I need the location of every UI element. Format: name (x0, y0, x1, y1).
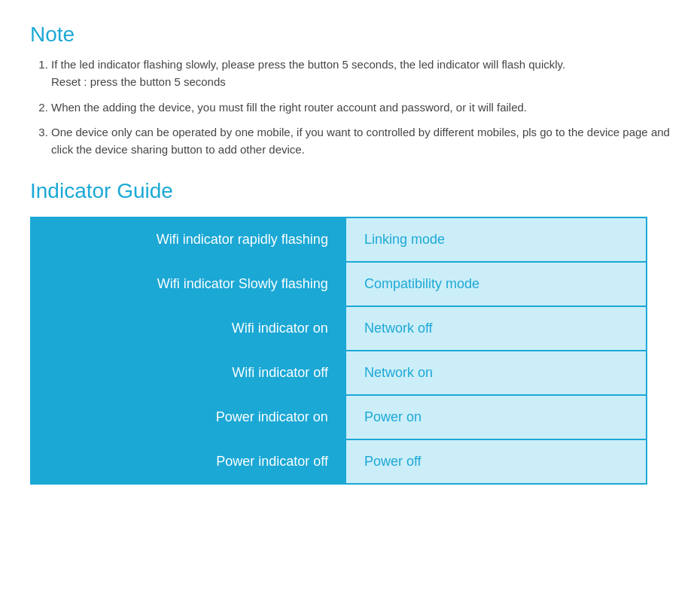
note-item-3: One device only can be operated by one m… (51, 123, 670, 159)
table-row: Wifi indicator Slowly flashingCompatibil… (31, 262, 647, 306)
indicator-right-0: Linking mode (346, 217, 647, 262)
table-row: Power indicator onPower on (31, 395, 647, 439)
note-item-1: If the led indicator flashing slowly, pl… (51, 56, 670, 91)
indicator-right-3: Network on (346, 351, 647, 395)
indicator-left-0: Wifi indicator rapidly flashing (31, 217, 346, 262)
indicator-left-3: Wifi indicator off (31, 351, 346, 395)
table-row: Wifi indicator onNetwork off (31, 306, 647, 351)
indicator-table: Wifi indicator rapidly flashingLinking m… (30, 217, 647, 485)
indicator-left-5: Power indicator off (31, 439, 346, 484)
note-title: Note (30, 23, 670, 47)
indicator-right-5: Power off (346, 439, 647, 484)
indicator-left-2: Wifi indicator on (31, 306, 346, 351)
indicator-guide-title: Indicator Guide (30, 179, 670, 203)
indicator-right-1: Compatibility mode (346, 262, 647, 306)
indicator-right-4: Power on (346, 395, 647, 439)
indicator-right-2: Network off (346, 306, 647, 351)
note-item-2: When the adding the device, you must fil… (51, 99, 670, 116)
note-list: If the led indicator flashing slowly, pl… (30, 56, 670, 158)
indicator-left-4: Power indicator on (31, 395, 346, 439)
indicator-left-1: Wifi indicator Slowly flashing (31, 262, 346, 306)
table-row: Wifi indicator rapidly flashingLinking m… (31, 217, 647, 262)
table-row: Power indicator offPower off (31, 439, 647, 484)
table-row: Wifi indicator offNetwork on (31, 351, 647, 395)
